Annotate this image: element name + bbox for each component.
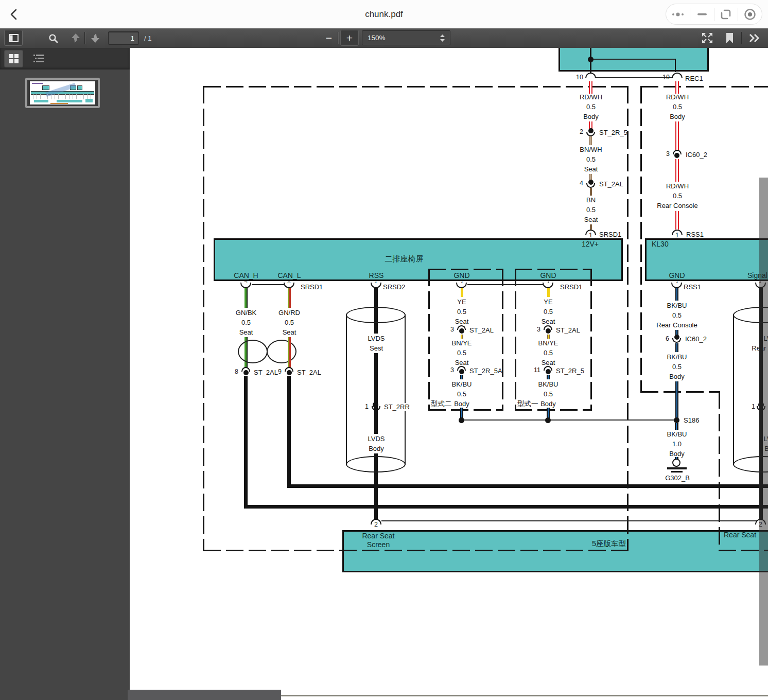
- group-b-border: [641, 391, 720, 393]
- outline-list-icon: [33, 54, 44, 63]
- variant-label: 型式二: [431, 399, 452, 409]
- block-pin-label: CAN_L: [269, 271, 310, 279]
- horizontal-scroll-track: [281, 695, 768, 696]
- more-dots-icon: [671, 12, 685, 17]
- vertical-scrollbar[interactable]: [759, 178, 768, 666]
- wire-bn: [590, 224, 592, 230]
- connector-name: ST_2R_5: [599, 129, 627, 136]
- outline-tab-button[interactable]: [30, 51, 47, 66]
- wire-bnwh: [589, 136, 592, 145]
- connector-pin-number: 1: [355, 403, 369, 410]
- more-tools-button[interactable]: [745, 31, 763, 45]
- sidebar-toggle-icon: [9, 34, 19, 42]
- minimize-icon: [697, 13, 707, 16]
- arrow-down-icon: [91, 33, 100, 43]
- wire-label: GN/RD 0.5 Seat: [265, 308, 314, 337]
- page-count-label: / 1: [144, 34, 151, 42]
- gnd-box2-border: [590, 269, 592, 411]
- shield-label: LVDS Sest: [356, 334, 397, 353]
- ground-symbol-circle: [672, 459, 680, 467]
- zoom-level-value: 150%: [368, 34, 386, 42]
- group-a-border: [203, 550, 629, 551]
- wire-bn: [590, 188, 592, 196]
- restore-window-button[interactable]: [714, 4, 738, 25]
- wire-bkbu: [547, 375, 550, 379]
- zoom-out-button[interactable]: −: [321, 31, 337, 45]
- connector-pin-number: 3: [441, 326, 454, 333]
- wire-label: BN/YE 0.5 Seat: [437, 338, 486, 367]
- select-spinner-icon: [440, 34, 445, 42]
- twisted-pair-icon: [267, 340, 296, 363]
- pin2-link-line: [381, 520, 757, 521]
- presentation-mode-button[interactable]: [699, 31, 715, 45]
- bookmark-button[interactable]: [722, 31, 737, 45]
- gnd-box2-border: [515, 269, 592, 270]
- wire-label: BN/YE 0.5 Seat: [523, 338, 573, 367]
- block-pin-label: 12V+: [568, 240, 599, 248]
- connector-pin-number: 11: [526, 366, 540, 374]
- block-pin-label: CAN_H: [225, 271, 267, 279]
- inline-connector-dot: [459, 328, 464, 334]
- shield-cylinder-wall: [346, 314, 347, 465]
- search-icon: [48, 33, 58, 43]
- thumbnails-grid-icon: [9, 54, 19, 63]
- thumbnail-wires: [33, 94, 92, 99]
- thumbnails-tab-button[interactable]: [4, 50, 23, 67]
- wire-label: BK/BU 1.0 Body: [650, 429, 704, 459]
- gnd-box1-border: [428, 269, 503, 270]
- wire-label: RD/WH 0.5 Rear Console: [647, 181, 708, 211]
- block-pin-label: GND: [661, 271, 692, 279]
- wire-bkbu: [675, 381, 678, 418]
- connector-pin-number: 4: [569, 180, 583, 187]
- search-button[interactable]: [45, 31, 61, 45]
- connector-name: IC60_2: [686, 151, 707, 159]
- toolbar-divider: [338, 32, 338, 44]
- connector-pin-number: 3: [527, 326, 540, 333]
- connector-name: REC1: [685, 75, 703, 82]
- record-tab-button[interactable]: [738, 4, 762, 25]
- minimize-button[interactable]: [690, 4, 714, 25]
- group-a-border: [203, 86, 629, 87]
- group-a-border: [627, 86, 629, 551]
- gnd-box1-border: [428, 409, 503, 411]
- gnd-box2-border: [515, 269, 516, 411]
- thumbnail-band: [57, 100, 82, 102]
- horizontal-scrollbar[interactable]: [128, 690, 281, 700]
- pin-connector-name: SRSD2: [383, 283, 405, 291]
- block-title: 二排座椅屏: [368, 254, 440, 264]
- wire-rdwh: [675, 211, 679, 230]
- gnd-box1-border: [428, 269, 430, 411]
- pin-number: 10: [569, 74, 583, 81]
- page-number-input[interactable]: [108, 31, 139, 45]
- connector-name: ST_2AL: [297, 369, 321, 376]
- more-options-button[interactable]: [666, 4, 690, 25]
- junction-dot: [545, 417, 551, 423]
- wire-ye: [461, 288, 463, 297]
- wire-black: [244, 376, 248, 506]
- pdf-sidebar: [0, 48, 130, 700]
- pin-number: 1: [585, 232, 596, 239]
- junction-dot: [588, 57, 594, 62]
- shield-cylinder-top: [346, 307, 406, 323]
- pdf-viewer-window: { "window": { "title": "chunk.pdf" }, "p…: [0, 0, 768, 700]
- variant-label: 型式一: [517, 399, 538, 409]
- pin-number: 10: [655, 74, 670, 81]
- zoom-level-select[interactable]: 150%: [362, 30, 450, 45]
- arrow-up-icon: [71, 33, 80, 43]
- wire-label: BN 0.5 Seat: [566, 195, 616, 224]
- previous-page-button[interactable]: [69, 31, 82, 45]
- wire-black: [287, 376, 291, 485]
- next-page-button[interactable]: [89, 31, 102, 45]
- wire-gnrd: [288, 288, 291, 308]
- wire-rdwh: [675, 159, 679, 182]
- sidebar-tab-strip: [0, 48, 130, 69]
- zoom-in-button[interactable]: +: [340, 30, 359, 46]
- inline-connector-dot: [546, 369, 551, 374]
- connector-name: IC60_2: [685, 335, 707, 343]
- inline-connector-dot: [546, 328, 551, 334]
- page-thumbnail-selected[interactable]: [25, 78, 100, 108]
- toggle-sidebar-button[interactable]: [4, 30, 23, 46]
- connector-link-line: [467, 284, 545, 285]
- group-a-border: [203, 86, 204, 551]
- wire-label: RD/WH 0.5 Body: [653, 92, 702, 121]
